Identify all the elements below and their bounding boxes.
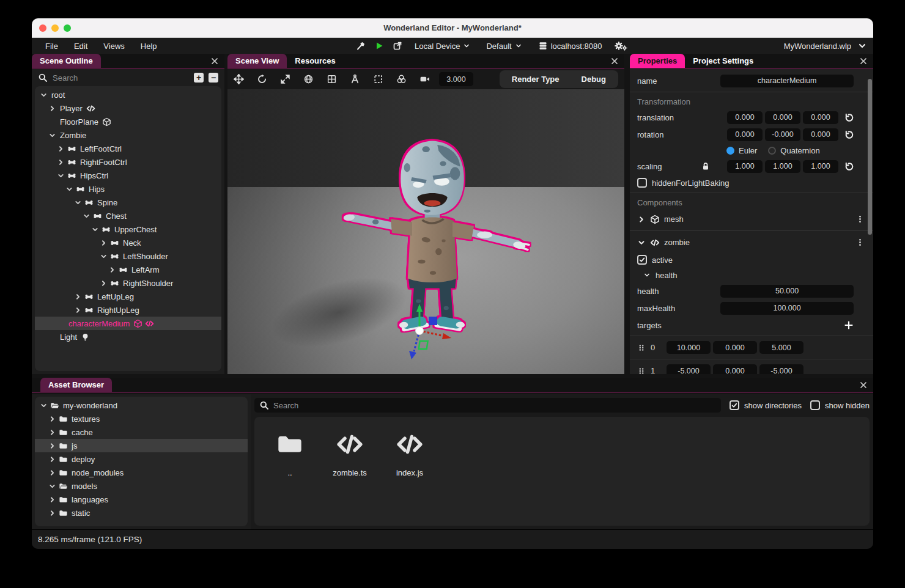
chevron-down-icon[interactable] [57,172,65,180]
kebab-menu-icon[interactable] [855,238,865,247]
outline-item-leftarm[interactable]: LeftArm [35,263,221,276]
target-0-z-input[interactable]: 5.000 [759,341,803,354]
scale-tool-button[interactable] [280,74,290,84]
chevron-right-icon[interactable] [48,415,56,423]
asset-item-static[interactable]: static [35,506,248,520]
camera-distance-input[interactable]: 3.000 [439,72,473,86]
translate-gizmo[interactable] [386,296,459,369]
outline-item-rightfootctrl[interactable]: RightFootCtrl [35,155,221,169]
chevron-right-icon[interactable] [57,158,65,166]
zombie-component-header[interactable]: zombie [630,233,873,252]
tab-asset-browser[interactable]: Asset Browser [40,378,112,392]
show-directories-checkbox[interactable] [730,400,739,410]
hidden-for-light-baking-checkbox[interactable] [637,178,647,188]
camera-tool-button[interactable] [419,74,430,84]
rotation-y-input[interactable]: -0.000 [765,128,800,141]
asset-item-models[interactable]: models [35,479,248,493]
kebab-menu-icon[interactable] [855,215,865,224]
chevron-down-icon[interactable] [40,402,48,410]
asset-item-cache[interactable]: cache [35,425,248,439]
outline-item-rightshoulder[interactable]: RightShoulder [35,276,221,290]
outline-item-charactermedium[interactable]: characterMedium [35,317,221,330]
scaling-z-input[interactable]: 1.000 [803,160,838,173]
asset-item-textures[interactable]: textures [35,412,248,425]
active-checkbox[interactable] [637,255,647,265]
reset-translation-icon[interactable] [843,112,854,123]
target-0-x-input[interactable]: 10.000 [667,341,711,354]
outline-item-upperchest[interactable]: UpperChest [35,222,221,236]
quaternion-radio[interactable] [768,147,776,155]
max-health-input[interactable]: 100.000 [720,302,854,315]
name-input[interactable]: characterMedium [720,75,854,87]
chevron-down-icon[interactable] [83,212,90,220]
play-icon[interactable] [374,41,384,51]
asset-item-js[interactable]: js [35,439,248,452]
close-icon[interactable] [859,380,868,390]
profile-selector[interactable]: Default [482,40,525,52]
menu-views[interactable]: Views [97,40,130,53]
target-1-x-input[interactable]: -5.000 [667,364,711,374]
file-item--[interactable]: .. [260,430,319,477]
target-0-y-input[interactable]: 0.000 [713,341,757,354]
chevron-right-icon[interactable] [100,239,108,247]
chevron-right-icon[interactable] [637,215,646,224]
euler-radio[interactable] [726,147,734,155]
mesh-component-header[interactable]: mesh [630,210,873,229]
build-icon[interactable] [356,41,366,51]
chevron-right-icon[interactable] [48,496,56,504]
chevron-down-icon[interactable] [48,131,56,139]
viewport-canvas[interactable] [227,89,624,374]
open-external-icon[interactable] [393,41,402,51]
asset-search-input[interactable] [273,401,716,410]
outline-item-neck[interactable]: Neck [35,236,221,249]
measure-tool-button[interactable] [350,74,360,84]
chevron-right-icon[interactable] [48,442,56,450]
outline-item-hipsctrl[interactable]: HipsCtrl [35,169,221,182]
drag-handle-icon[interactable] [637,367,646,375]
target-1-z-input[interactable]: -5.000 [759,364,803,374]
menu-edit[interactable]: Edit [68,40,94,53]
server-indicator[interactable]: localhost:8080 [534,40,606,52]
show-directories-toggle[interactable]: show directories [730,400,802,410]
outline-item-light[interactable]: Light [35,330,221,344]
project-selector[interactable]: MyWonderland.wlp [784,41,867,51]
chevron-right-icon[interactable] [48,455,56,463]
translation-y-input[interactable]: 0.000 [765,111,800,124]
render-type-button[interactable]: Render Type [502,73,569,86]
file-item-zombie-ts[interactable]: zombie.ts [320,430,379,477]
tab-project-settings[interactable]: Project Settings [685,54,761,68]
chevron-down-icon[interactable] [100,252,108,260]
lock-icon[interactable] [701,161,711,171]
health-input[interactable]: 50.000 [720,285,854,298]
target-1-y-input[interactable]: 0.000 [713,364,757,374]
chevron-down-icon[interactable] [48,482,56,490]
frame-tool-button[interactable] [373,74,383,84]
asset-item-languages[interactable]: languages [35,493,248,506]
asset-item-deploy[interactable]: deploy [35,452,248,466]
chevron-down-icon[interactable] [91,226,99,233]
outline-item-player[interactable]: Player [35,101,221,115]
show-hidden-toggle[interactable]: show hidden [810,400,870,410]
add-target-icon[interactable] [844,320,854,330]
scaling-x-input[interactable]: 1.000 [727,160,763,173]
translation-x-input[interactable]: 0.000 [727,111,763,124]
chevron-down-icon[interactable] [74,199,82,207]
settings-gears-icon[interactable] [614,41,627,51]
outline-item-leftfootctrl[interactable]: LeftFootCtrl [35,142,221,155]
file-item-index-js[interactable]: index.js [380,430,439,477]
chevron-down-icon[interactable] [637,238,646,247]
asset-item-my-wonderland[interactable]: my-wonderland [35,399,248,412]
chevron-down-icon[interactable] [40,91,48,99]
tab-scene-view[interactable]: Scene View [227,54,287,68]
show-hidden-checkbox[interactable] [810,400,820,410]
chevron-right-icon[interactable] [57,145,65,153]
close-icon[interactable] [210,56,220,66]
scaling-y-input[interactable]: 1.000 [765,160,800,173]
outline-item-hips[interactable]: Hips [35,182,221,196]
globe-tool-button[interactable] [303,74,314,84]
chevron-right-icon[interactable] [48,428,56,436]
debug-button[interactable]: Debug [572,73,616,86]
chevron-right-icon[interactable] [100,279,108,287]
chevron-right-icon[interactable] [74,293,82,301]
asset-item-node-modules[interactable]: node_modules [35,466,248,479]
